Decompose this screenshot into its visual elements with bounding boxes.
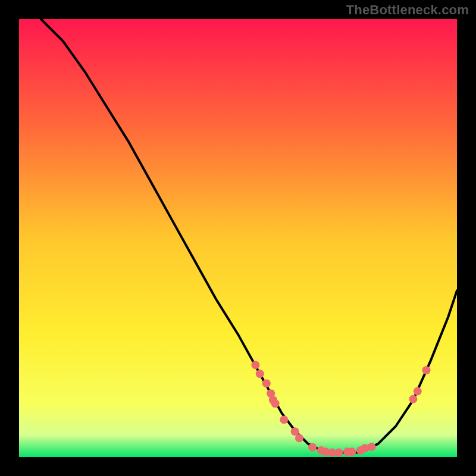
data-point bbox=[280, 415, 288, 424]
data-point bbox=[262, 379, 271, 387]
data-point bbox=[271, 399, 280, 408]
data-point bbox=[334, 449, 343, 457]
data-point bbox=[347, 447, 356, 456]
chart-plot-area bbox=[19, 19, 457, 457]
data-point bbox=[414, 387, 422, 396]
data-point bbox=[409, 395, 417, 403]
watermark-text: TheBottleneck.com bbox=[346, 2, 469, 18]
data-point bbox=[308, 443, 317, 452]
data-point bbox=[368, 443, 376, 451]
gradient-background bbox=[19, 19, 457, 457]
data-point bbox=[256, 369, 264, 378]
chart-frame: TheBottleneck.com bbox=[0, 0, 476, 476]
data-point bbox=[251, 361, 259, 369]
data-point bbox=[422, 366, 431, 374]
chart-svg bbox=[19, 19, 457, 457]
data-point bbox=[295, 434, 303, 442]
